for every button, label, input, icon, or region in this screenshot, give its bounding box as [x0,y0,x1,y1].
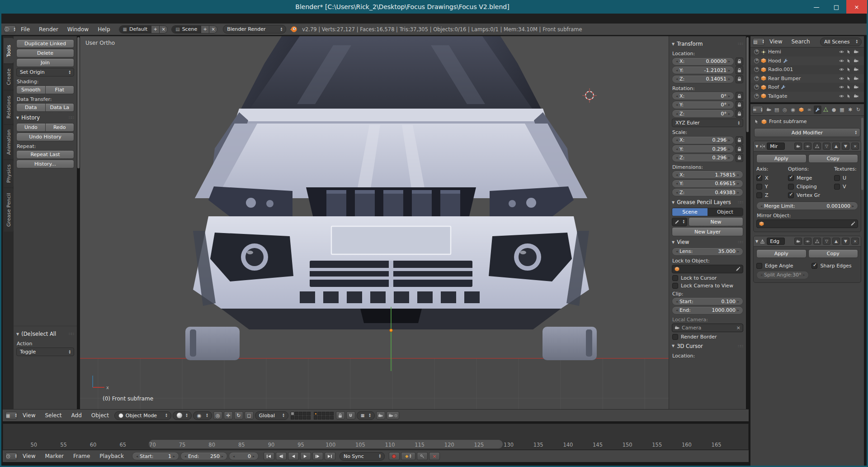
tab-physics[interactable]: Physics [4,160,14,187]
select-menu[interactable]: Select [41,410,66,420]
layer-toggle[interactable] [330,412,334,415]
expand-icon[interactable] [754,76,759,81]
frame-end-field[interactable]: End:250 [180,452,227,460]
repeat-last-button[interactable]: Repeat Last [16,150,74,159]
layer-toggle[interactable] [291,412,294,415]
join-button[interactable]: Join [16,58,74,67]
move-up-button[interactable]: ▲ [832,238,840,245]
object-menu[interactable]: Object [87,410,113,420]
texture-u-row[interactable]: U [834,175,858,181]
axis-x-row[interactable]: X [756,175,785,181]
tab-modifiers[interactable] [814,105,821,114]
selectable-icon[interactable] [846,58,851,63]
add-layout-button[interactable]: + [151,26,159,33]
apply-button[interactable]: Apply [756,249,807,258]
selectable-icon[interactable] [846,49,851,54]
visibility-eye-icon[interactable] [839,94,844,99]
object-tab[interactable]: Object [708,208,743,216]
tab-particles[interactable]: ✱ [846,105,854,114]
clip-end-field[interactable]: End:1000.000 [672,306,743,315]
layer-toggle[interactable] [303,416,307,419]
timeline-playback-menu[interactable]: Playback [95,451,128,461]
menu-help[interactable]: Help [94,24,114,34]
selectable-icon[interactable] [846,67,851,72]
dimensions-z-field[interactable]: Z:0.49383 [672,188,743,196]
renderable-icon[interactable] [854,58,859,63]
render-toggle[interactable] [794,238,802,245]
show-viewport-toggle[interactable] [804,143,811,150]
lock-icon[interactable] [736,101,743,109]
lock-icon[interactable] [736,110,743,118]
edge-split-modifier-header[interactable]: ▼ Edg ▽ ▲ ▼ × [754,236,861,247]
show-viewport-toggle[interactable] [804,238,811,245]
current-frame-field[interactable]: 0 [229,452,259,460]
viewport-shading-selector[interactable] [173,411,192,420]
tab-render[interactable] [765,105,773,114]
move-down-button[interactable]: ▼ [842,143,849,150]
menu-window[interactable]: Window [63,24,93,34]
tab-texture[interactable]: ▦ [838,105,846,114]
clip-start-field[interactable]: Start:0.100 [672,297,743,305]
grease-pencil-new-button[interactable]: New [689,217,743,226]
rotation-x-field[interactable]: X:0° [672,92,734,100]
selectable-icon[interactable] [846,76,851,81]
layer-toggle[interactable] [295,412,298,415]
outliner-editor-type-icon[interactable]: ▤ [753,38,764,46]
rotation-y-field[interactable]: Y:0° [672,101,734,109]
delete-button[interactable]: Delete [16,49,74,57]
layers-widget[interactable] [291,412,311,419]
tab-scene[interactable]: ◎ [781,105,789,114]
grease-pencil-brush-menu[interactable] [672,218,687,226]
layer-toggle[interactable] [299,412,302,415]
expand-icon[interactable] [754,94,759,99]
transform-panel-header[interactable]: Transform [672,39,743,48]
show-cage-toggle[interactable]: ▽ [823,238,830,245]
move-down-button[interactable]: ▼ [842,238,849,245]
transform-orientation-selector[interactable]: Global [255,411,288,420]
add-scene-button[interactable]: + [201,26,209,33]
vertex-groups-row[interactable]: Vertex Gr [788,192,831,198]
view-menu[interactable]: View [19,410,39,420]
grease-pencil-source-toggle[interactable]: Scene Object [672,208,743,216]
scale-y-field[interactable]: Y:0.296 [672,145,734,153]
lock-icon[interactable] [736,66,743,74]
axis-y-row[interactable]: Y [756,184,785,190]
menu-render[interactable]: Render [35,24,62,34]
layer-toggle[interactable] [322,412,326,415]
snap-element-selector[interactable]: ▦ [357,411,375,420]
manipulator-translate-toggle[interactable]: ✛ [224,411,233,419]
expand-icon[interactable] [754,67,759,72]
lock-icon[interactable] [736,75,743,83]
outliner-item-tailgate[interactable]: Tailgate [750,92,864,101]
properties-editor-type-icon[interactable]: ≡ [752,106,763,114]
outliner-item-hood[interactable]: Hood [750,57,864,66]
visibility-eye-icon[interactable] [839,76,844,81]
add-menu[interactable]: Add [67,410,86,420]
outliner-item-rear-bumper[interactable]: Rear Bumper [750,74,864,83]
frame-start-field[interactable]: Start:1 [132,452,179,460]
tab-object[interactable] [797,105,805,114]
layer-toggle[interactable] [330,416,334,419]
viewport-3d[interactable]: x User Ortho (0) Front subframe [80,36,669,409]
keying-set-selector[interactable]: ◆ [401,452,415,460]
mirror-object-picker[interactable] [756,219,858,228]
layer-toggle[interactable] [326,416,330,419]
properties-scrollbar[interactable] [861,118,863,190]
scene-tab[interactable]: Scene [672,208,708,216]
renderable-icon[interactable] [854,85,859,90]
view3d-editor-type-icon[interactable]: ▦ [5,412,17,419]
layers-widget[interactable] [314,412,334,419]
tab-animation[interactable]: Animation [4,125,14,159]
edge-angle-row[interactable]: Edge Angle [756,263,809,269]
tab-material[interactable]: ● [830,105,838,114]
record-button[interactable] [389,452,400,460]
layer-toggle[interactable] [307,412,311,415]
location-y-field[interactable]: Y:-1.21021 [672,66,734,74]
show-cage-toggle[interactable]: ▽ [823,143,830,150]
screen-layout-selector[interactable]: ▦Default + × [119,25,168,33]
layer-toggle[interactable] [314,416,317,419]
tab-tools[interactable]: Tools [4,38,14,63]
show-edit-toggle[interactable] [813,238,821,245]
mode-selector[interactable]: Object Mode [114,411,171,420]
renderable-icon[interactable] [854,76,859,81]
